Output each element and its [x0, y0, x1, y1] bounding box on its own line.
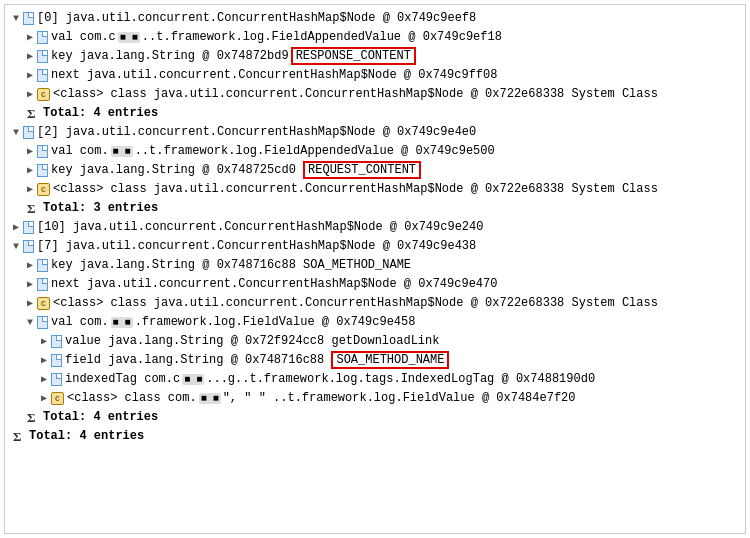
doc-icon — [37, 316, 48, 329]
node-text: val com.■ ■.framework.log.FieldValue @ 0… — [51, 314, 415, 331]
sigma-icon: Σ — [13, 430, 26, 443]
node-text: [7] java.util.concurrent.ConcurrentHashM… — [37, 238, 476, 255]
sigma-icon: Σ — [27, 411, 40, 424]
doc-icon — [23, 126, 34, 139]
node-text: indexedTag com.c■ ■...g..t.framework.log… — [65, 371, 595, 388]
class-icon: C — [51, 392, 64, 405]
total-text: Total: 4 entries — [43, 105, 158, 122]
expand-icon[interactable] — [9, 240, 23, 254]
tree-row: [2] java.util.concurrent.ConcurrentHashM… — [5, 123, 745, 142]
total-text: Total: 3 entries — [43, 200, 158, 217]
doc-icon — [37, 164, 48, 177]
node-text: val com.c■ ■..t.framework.log.FieldAppen… — [51, 29, 502, 46]
tree-row: val com.■ ■.framework.log.FieldValue @ 0… — [5, 313, 745, 332]
expand-icon[interactable] — [23, 164, 37, 178]
expand-icon[interactable] — [23, 259, 37, 273]
total-text: Total: 4 entries — [43, 409, 158, 426]
tree-row: value java.lang.String @ 0x72f924cc8 get… — [5, 332, 745, 351]
doc-icon — [37, 31, 48, 44]
expand-icon[interactable] — [37, 392, 51, 406]
node-text: [10] java.util.concurrent.ConcurrentHash… — [37, 219, 483, 236]
doc-icon — [51, 354, 62, 367]
total-row: Σ Total: 3 entries — [5, 199, 745, 218]
doc-icon — [37, 259, 48, 272]
node-text: <class> class java.util.concurrent.Concu… — [53, 86, 658, 103]
node-text: key java.lang.String @ 0x748716c88 SOA_M… — [51, 257, 411, 274]
request-content-highlight: REQUEST_CONTENT — [303, 161, 421, 179]
tree-row: [7] java.util.concurrent.ConcurrentHashM… — [5, 237, 745, 256]
expand-icon[interactable] — [37, 335, 51, 349]
expand-icon[interactable] — [23, 50, 37, 64]
node-text: field java.lang.String @ 0x748716c88 SOA… — [65, 352, 449, 369]
expand-icon[interactable] — [23, 69, 37, 83]
expand-icon[interactable] — [9, 221, 23, 235]
response-content-highlight: RESPONSE_CONTENT — [291, 47, 416, 65]
node-text: val com.■ ■..t.framework.log.FieldAppend… — [51, 143, 495, 160]
tree-row: C <class> class java.util.concurrent.Con… — [5, 85, 745, 104]
tree-row: next java.util.concurrent.ConcurrentHash… — [5, 275, 745, 294]
tree-row: C <class> class java.util.concurrent.Con… — [5, 294, 745, 313]
node-text: [2] java.util.concurrent.ConcurrentHashM… — [37, 124, 476, 141]
node-text: value java.lang.String @ 0x72f924cc8 get… — [65, 333, 439, 350]
expand-icon[interactable] — [23, 31, 37, 45]
expand-icon[interactable] — [9, 12, 23, 26]
expand-icon[interactable] — [23, 297, 37, 311]
total-row: Σ Total: 4 entries — [5, 427, 745, 446]
doc-icon — [51, 373, 62, 386]
node-text: key java.lang.String @ 0x748725cd0 REQUE… — [51, 162, 421, 179]
node-text: <class> class java.util.concurrent.Concu… — [53, 181, 658, 198]
class-icon: C — [37, 88, 50, 101]
doc-icon — [37, 145, 48, 158]
sigma-icon: Σ — [27, 107, 40, 120]
class-icon: C — [37, 297, 50, 310]
tree-row: val com.c■ ■..t.framework.log.FieldAppen… — [5, 28, 745, 47]
node-text: [0] java.util.concurrent.ConcurrentHashM… — [37, 10, 476, 27]
expand-icon[interactable] — [23, 278, 37, 292]
node-text: key java.lang.String @ 0x74872bd9RESPONS… — [51, 48, 416, 65]
tree-container: [0] java.util.concurrent.ConcurrentHashM… — [4, 4, 746, 534]
total-row: Σ Total: 4 entries — [5, 104, 745, 123]
tree-row: key java.lang.String @ 0x748725cd0 REQUE… — [5, 161, 745, 180]
tree-row: C <class> class com.■ ■", " " ..t.framew… — [5, 389, 745, 408]
expand-icon[interactable] — [23, 88, 37, 102]
doc-icon — [23, 221, 34, 234]
total-text: Total: 4 entries — [29, 428, 144, 445]
tree-row: next java.util.concurrent.ConcurrentHash… — [5, 66, 745, 85]
sigma-icon: Σ — [27, 202, 40, 215]
class-icon: C — [37, 183, 50, 196]
tree-row: [0] java.util.concurrent.ConcurrentHashM… — [5, 9, 745, 28]
node-text: <class> class com.■ ■", " " ..t.framewor… — [67, 390, 576, 407]
tree-row: C <class> class java.util.concurrent.Con… — [5, 180, 745, 199]
node-text: <class> class java.util.concurrent.Concu… — [53, 295, 658, 312]
doc-icon — [37, 69, 48, 82]
tree-row: key java.lang.String @ 0x748716c88 SOA_M… — [5, 256, 745, 275]
expand-icon[interactable] — [9, 126, 23, 140]
doc-icon — [23, 240, 34, 253]
expand-icon[interactable] — [37, 354, 51, 368]
node-text: next java.util.concurrent.ConcurrentHash… — [51, 276, 497, 293]
soa-method-highlight: SOA_METHOD_NAME — [331, 351, 449, 369]
tree-row: [10] java.util.concurrent.ConcurrentHash… — [5, 218, 745, 237]
expand-icon[interactable] — [37, 373, 51, 387]
expand-icon[interactable] — [23, 183, 37, 197]
tree-row: key java.lang.String @ 0x74872bd9RESPONS… — [5, 47, 745, 66]
node-text: next java.util.concurrent.ConcurrentHash… — [51, 67, 497, 84]
tree-row: indexedTag com.c■ ■...g..t.framework.log… — [5, 370, 745, 389]
expand-icon[interactable] — [23, 316, 37, 330]
doc-icon — [37, 278, 48, 291]
doc-icon — [37, 50, 48, 63]
doc-icon — [23, 12, 34, 25]
total-row: Σ Total: 4 entries — [5, 408, 745, 427]
tree-row: val com.■ ■..t.framework.log.FieldAppend… — [5, 142, 745, 161]
expand-icon[interactable] — [23, 145, 37, 159]
tree-row: field java.lang.String @ 0x748716c88 SOA… — [5, 351, 745, 370]
doc-icon — [51, 335, 62, 348]
